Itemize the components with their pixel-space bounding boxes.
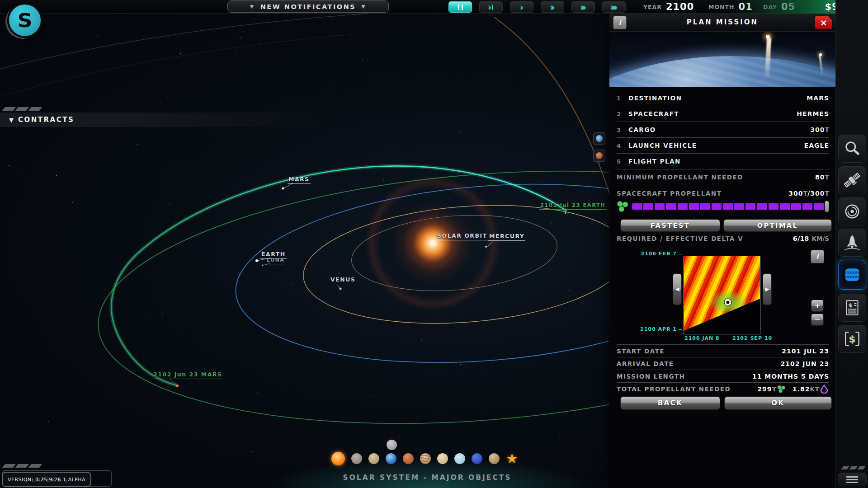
planet-icon-earth[interactable] xyxy=(386,453,396,464)
right-sidebar: $ $ xyxy=(835,0,868,488)
venus-marker[interactable] xyxy=(340,288,342,290)
sidebar-satellites-button[interactable] xyxy=(838,166,866,194)
arrival-marker xyxy=(176,385,179,387)
time-pause-button[interactable] xyxy=(448,1,472,13)
planet-icon-saturn[interactable] xyxy=(437,453,448,464)
sidebar-search-button[interactable] xyxy=(838,135,866,163)
finance-report-icon: $ xyxy=(843,298,862,317)
zoom-in-button[interactable]: + xyxy=(811,300,824,312)
notifications-dropdown[interactable]: ▼ NEW NOTIFICATIONS ▼ xyxy=(227,0,389,13)
close-button[interactable]: × xyxy=(815,16,832,29)
ok-button[interactable]: OK xyxy=(724,396,832,410)
planet-icon-venus[interactable] xyxy=(368,453,379,464)
favorites-star-icon[interactable]: ★ xyxy=(506,453,518,464)
asteroid-orbit-arc xyxy=(494,17,610,195)
map-chip-earth[interactable] xyxy=(593,132,605,145)
year-label: YEAR xyxy=(643,4,662,10)
mercury-marker[interactable] xyxy=(485,246,487,248)
earth-chip-icon xyxy=(596,135,603,142)
rocket-icon xyxy=(843,233,862,252)
sidebar-launch-button[interactable] xyxy=(838,229,866,257)
dropdown-arrow-icon: ▼ xyxy=(250,4,255,9)
min-propellant-row: MINIMUM PROPELLANT NEEDED 80T xyxy=(617,169,829,185)
mars-chip-icon xyxy=(596,152,603,159)
sun[interactable] xyxy=(429,240,436,246)
map-label-solar-orbit[interactable]: SOLAR ORBIT xyxy=(436,232,488,240)
dropdown-arrow-icon: ▼ xyxy=(9,117,14,123)
fastest-button[interactable]: FASTEST xyxy=(620,219,720,232)
planet-icon-pluto[interactable] xyxy=(489,453,500,464)
plot-prev-button[interactable]: ◀ xyxy=(673,273,682,305)
step-spacecraft[interactable]: 2 SPACECRAFT HERMES xyxy=(617,106,829,122)
departure-marker xyxy=(565,212,566,214)
propellant-slider[interactable] xyxy=(617,200,829,213)
year-value: 2100 xyxy=(666,1,694,12)
selected-transfer-marker[interactable] xyxy=(725,299,731,306)
step-launch-vehicle[interactable]: 4 LAUNCH VEHICLE EAGLE xyxy=(617,138,829,154)
map-label-arrival-date: 2102 Jun 23 MARS xyxy=(152,371,223,379)
panel-title: PLAN MISSION xyxy=(609,18,835,26)
step-destination[interactable]: 1 DESTINATION MARS xyxy=(617,90,829,106)
plot-x-axis xyxy=(684,332,760,334)
time-step-button[interactable]: › xyxy=(479,1,503,13)
start-date-row: START DATE 2101 JUL 23 xyxy=(617,344,829,357)
map-label-luna[interactable]: LUNA xyxy=(266,257,285,264)
earth-marker[interactable] xyxy=(255,259,258,262)
map-label-venus[interactable]: VENUS xyxy=(330,276,356,284)
right-arrow-icon: ▶ xyxy=(765,286,769,292)
propellant-dots-icon xyxy=(777,385,785,393)
plot-info-button[interactable]: i xyxy=(811,250,824,263)
back-button[interactable]: BACK xyxy=(620,396,720,410)
left-arrow-icon: ◀ xyxy=(675,286,679,292)
time-play-4x-button[interactable]: ›››› xyxy=(602,1,626,13)
hero-rocket-flame xyxy=(766,35,770,39)
svg-text:$: $ xyxy=(849,302,853,309)
plot-ymin-label: 2100 APR 1 xyxy=(640,326,682,332)
mars-marker[interactable] xyxy=(282,188,284,190)
year-display: YEAR 2100 xyxy=(643,0,694,14)
sidebar-budget-button[interactable]: $ xyxy=(838,325,866,353)
stripe-decoration xyxy=(4,107,41,111)
planet-icon-jupiter[interactable] xyxy=(420,453,431,464)
sidebar-orbits-button[interactable] xyxy=(838,197,866,225)
planet-icon-moon[interactable] xyxy=(387,440,397,450)
time-play-2x-button[interactable]: ›› xyxy=(541,1,564,13)
delta-v-row: REQUIRED / EFFECTIVE DELTA V 6/18 KM/S xyxy=(617,235,829,242)
optimal-button[interactable]: OPTIMAL xyxy=(723,219,832,232)
porkchop-plot[interactable] xyxy=(684,256,760,331)
panel-header: i PLAN MISSION × xyxy=(609,14,835,32)
sidebar-flight-plan-button[interactable] xyxy=(838,260,866,290)
game-logo: S xyxy=(7,3,42,38)
menu-icon xyxy=(846,476,858,478)
luna-marker[interactable] xyxy=(262,264,264,266)
plot-next-button[interactable]: ▶ xyxy=(763,273,772,305)
time-play-1x-button[interactable]: › xyxy=(510,1,533,13)
map-chip-mars[interactable] xyxy=(593,150,605,162)
propellant-bar[interactable] xyxy=(632,203,824,210)
map-label-mars[interactable]: MARS xyxy=(288,176,311,184)
contracts-dropdown[interactable]: ▼ CONTRACTS xyxy=(0,113,416,127)
planet-icon-neptune[interactable] xyxy=(472,453,482,464)
plot-xmin-label: 2100 JAN 8 xyxy=(684,335,720,341)
planet-icon-mercury[interactable] xyxy=(351,453,362,464)
mission-hero-image xyxy=(609,32,835,87)
sidebar-finance-report-button[interactable]: $ xyxy=(838,294,866,322)
plot-xmax-label: 2102 SEP 10 xyxy=(732,335,772,341)
planet-icon-uranus[interactable] xyxy=(454,453,465,464)
outer-orbit-arc-2 xyxy=(0,34,353,97)
time-play-3x-button[interactable]: ››› xyxy=(571,1,595,13)
plot-ymax-label: 2106 FEB 7 xyxy=(641,251,682,257)
planet-icon-mars[interactable] xyxy=(403,453,414,464)
time-controls: ››››››››››› xyxy=(448,1,626,13)
menu-button[interactable] xyxy=(838,473,867,486)
fuel-droplet-icon xyxy=(820,385,828,394)
step-flight-plan[interactable]: 5 FLIGHT PLAN xyxy=(617,154,829,169)
step-cargo[interactable]: 3 CARGO 300T xyxy=(617,122,829,138)
map-label-mercury[interactable]: MERCURY xyxy=(488,233,525,241)
planet-icon-sun[interactable] xyxy=(331,452,345,465)
zoom-out-button[interactable]: − xyxy=(811,314,824,326)
contracts-label: CONTRACTS xyxy=(18,116,74,124)
hero-rocket-flame-2 xyxy=(819,53,822,56)
layers-toggle[interactable]: LAYERS VERSION: 0.25.9.26.1 ALPHA xyxy=(2,472,91,487)
propellant-slider-handle[interactable] xyxy=(825,201,829,212)
